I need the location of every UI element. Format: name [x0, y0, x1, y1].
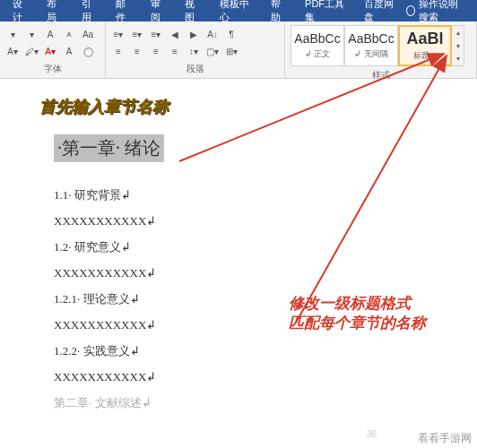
- doc-line[interactable]: XXXXXXXXXXX↲: [54, 214, 251, 228]
- tab-baidu-netdisk[interactable]: 百度网盘: [355, 0, 406, 22]
- align-center-button[interactable]: ≡: [128, 43, 146, 59]
- decrease-font-button[interactable]: A: [60, 26, 78, 42]
- tab-help[interactable]: 帮助: [262, 0, 296, 22]
- search-label: 操作说明搜索: [419, 0, 468, 24]
- style-scroll-down[interactable]: ▾: [452, 39, 464, 53]
- chapter-title[interactable]: ·第一章· 绪论: [54, 134, 164, 162]
- faint-number: 36: [367, 429, 377, 439]
- style-scroll-up[interactable]: ▴: [452, 26, 464, 39]
- style-expand[interactable]: ▾: [452, 52, 464, 65]
- tell-me-search[interactable]: 操作说明搜索: [406, 0, 473, 24]
- tab-layout[interactable]: 布局: [38, 0, 72, 22]
- shading-button[interactable]: ▢▾: [204, 43, 221, 59]
- line-spacing-button[interactable]: ↕▾: [185, 43, 203, 59]
- font-dropdown[interactable]: ▾: [4, 26, 22, 42]
- doc-line-next-chapter[interactable]: 第二章· 文献综述↲: [54, 395, 251, 411]
- style-name: ↲ 无间隔: [354, 48, 388, 60]
- justify-button[interactable]: ≡: [166, 43, 184, 59]
- style-gallery-scroll: ▴ ▾ ▾: [452, 25, 464, 66]
- styles-group: AaBbCc ↲ 正文 AaBbCc ↲ 无间隔 AaBl 标题 1 ▴ ▾ ▾: [285, 22, 477, 78]
- bullets-button[interactable]: ≡▾: [109, 26, 127, 42]
- style-preview: AaBl: [406, 30, 443, 49]
- annotation-step2-line1: 修改一级标题格式: [289, 294, 426, 314]
- increase-indent-button[interactable]: ▶: [185, 26, 203, 42]
- tab-design[interactable]: 设计: [4, 0, 38, 22]
- show-marks-button[interactable]: ¶: [222, 26, 240, 42]
- paragraph-group: ≡▾ ≡▾ ≡▾ ◀ ▶ A↓ ¶ ≡ ≡ ≡ ≡ ↕▾ ▢▾ ⊞▾: [106, 22, 285, 78]
- align-right-button[interactable]: ≡: [147, 43, 165, 59]
- document-area[interactable]: ·第一章· 绪论 1.1· 研究背景↲ XXXXXXXXXXX↲ 1.2· 研究…: [0, 79, 477, 448]
- annotation-step2: 修改一级标题格式 匹配每个章节的名称: [289, 294, 426, 333]
- doc-line[interactable]: 1.2· 研究意义↲: [54, 239, 251, 255]
- highlight-button[interactable]: 🖊▾: [22, 43, 40, 59]
- font-size-dropdown[interactable]: ▾: [22, 26, 40, 42]
- ribbon-tab-bar: 设计 布局 引用 邮件 审阅 视图 模板中心 帮助 PDF工具集 百度网盘 操作…: [0, 0, 477, 22]
- tab-mail[interactable]: 邮件: [107, 0, 141, 22]
- doc-line[interactable]: 1.2.2· 实践意义↲: [54, 343, 251, 359]
- tab-references[interactable]: 引用: [73, 0, 107, 22]
- change-case-button[interactable]: Aa: [79, 26, 97, 42]
- ribbon-toolbar: ▾ ▾ A A Aa A▾ 🖊▾ A▾ A ◯ 字体: [0, 22, 477, 79]
- style-name: 标题 1: [413, 50, 437, 62]
- annotation-step2-line2: 匹配每个章节的名称: [289, 314, 426, 333]
- tab-pdf-tools[interactable]: PDF工具集: [296, 0, 355, 22]
- style-gallery: AaBbCc ↲ 正文 AaBbCc ↲ 无间隔 AaBl 标题 1 ▴ ▾ ▾: [289, 23, 466, 68]
- bulb-icon: [406, 5, 415, 16]
- align-left-button[interactable]: ≡: [109, 43, 127, 59]
- tab-view[interactable]: 视图: [176, 0, 210, 22]
- paragraph-group-label: 段落: [109, 62, 281, 76]
- font-group-label: 字体: [4, 62, 101, 76]
- doc-line[interactable]: XXXXXXXXXXX↲: [54, 318, 251, 332]
- enclose-button[interactable]: ◯: [79, 43, 97, 59]
- document-page: ·第一章· 绪论 1.1· 研究背景↲ XXXXXXXXXXX↲ 1.2· 研究…: [54, 134, 251, 411]
- multilevel-list-button[interactable]: ≡▾: [147, 26, 165, 42]
- style-preview: AaBbCc: [294, 31, 340, 47]
- text-effects-button[interactable]: A▾: [4, 43, 22, 59]
- doc-line[interactable]: XXXXXXXXXXX↲: [54, 266, 251, 280]
- font-color-button[interactable]: A▾: [41, 43, 59, 59]
- style-preview: AaBbCc: [348, 31, 394, 47]
- decrease-indent-button[interactable]: ◀: [166, 26, 184, 42]
- annotation-step1: 首先输入章节名称: [39, 97, 169, 117]
- font-group: ▾ ▾ A A Aa A▾ 🖊▾ A▾ A ◯ 字体: [0, 22, 106, 78]
- style-heading-1[interactable]: AaBl 标题 1: [398, 25, 452, 66]
- doc-line[interactable]: XXXXXXXXXXX↲: [54, 370, 251, 384]
- clear-formatting-button[interactable]: A: [60, 43, 78, 59]
- numbering-button[interactable]: ≡▾: [128, 26, 146, 42]
- doc-line[interactable]: 1.1· 研究背景↲: [54, 187, 251, 203]
- tab-template-center[interactable]: 模板中心: [211, 0, 262, 22]
- style-no-spacing[interactable]: AaBbCc ↲ 无间隔: [344, 25, 398, 66]
- style-normal[interactable]: AaBbCc ↲ 正文: [291, 25, 344, 66]
- sort-button[interactable]: A↓: [204, 26, 221, 42]
- watermark: 看看手游网: [418, 431, 472, 446]
- borders-button[interactable]: ⊞▾: [222, 43, 240, 59]
- tab-review[interactable]: 审阅: [142, 0, 176, 22]
- style-name: ↲ 正文: [305, 48, 331, 60]
- doc-line[interactable]: 1.2.1· 理论意义↲: [54, 291, 251, 307]
- increase-font-button[interactable]: A: [41, 26, 59, 42]
